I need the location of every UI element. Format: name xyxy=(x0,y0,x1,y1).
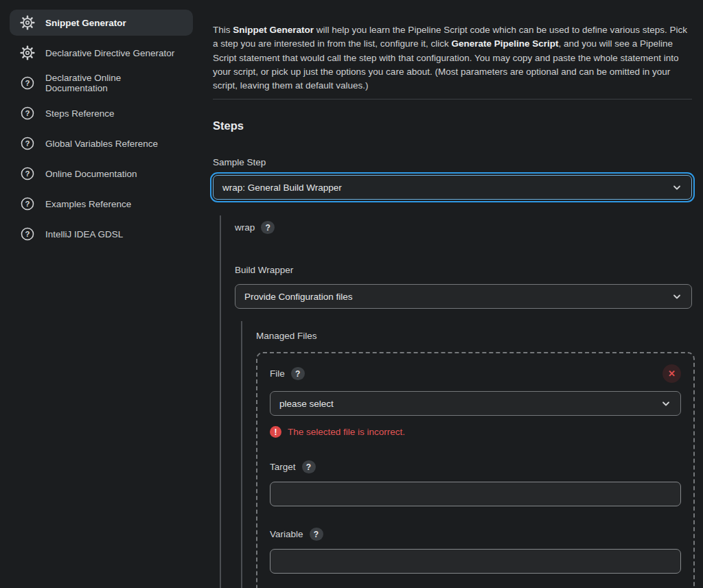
help-circle-icon xyxy=(20,75,35,91)
variable-label: Variable xyxy=(270,529,303,539)
sample-step-select-value: wrap: General Build Wrapper xyxy=(222,183,342,193)
help-circle-icon xyxy=(20,106,35,121)
error-message: The selected file is incorrect. xyxy=(288,427,405,437)
target-label: Target xyxy=(270,462,296,472)
wrap-step-section: wrap ? Build Wrapper Provide Configurati… xyxy=(220,215,692,588)
error-icon: ! xyxy=(270,426,281,438)
sidebar-item-label: Declarative Online Documentation xyxy=(45,73,183,93)
sidebar-item-label: Global Variables Reference xyxy=(45,139,158,149)
sidebar-item-examples-reference[interactable]: Examples Reference xyxy=(10,191,193,217)
build-wrapper-label: Build Wrapper xyxy=(235,265,692,275)
help-circle-icon xyxy=(20,166,35,181)
sidebar-item-global-variables-reference[interactable]: Global Variables Reference xyxy=(10,130,193,156)
file-select[interactable]: please select xyxy=(270,391,681,416)
wrap-label-row: wrap ? xyxy=(235,221,692,234)
sample-step-select[interactable]: wrap: General Build Wrapper xyxy=(213,175,692,200)
main-content: This Snippet Generator will help you lea… xyxy=(203,0,703,588)
chevron-down-icon xyxy=(671,181,683,193)
help-circle-icon xyxy=(20,136,35,151)
file-label-row: File ? xyxy=(270,367,305,380)
sidebar-item-intellij-idea-gdsl[interactable]: IntelliJ IDEA GDSL xyxy=(10,221,193,247)
build-wrapper-select[interactable]: Provide Configuration files xyxy=(235,284,692,309)
sidebar: Snippet Generator Declarative Directive … xyxy=(0,0,203,588)
managed-file-entry: File ? ✕ please select ! The selected xyxy=(256,352,695,588)
help-circle-icon xyxy=(20,226,35,242)
sidebar-item-snippet-generator[interactable]: Snippet Generator xyxy=(10,10,193,36)
variable-input[interactable] xyxy=(270,549,681,574)
sidebar-item-label: Online Documentation xyxy=(45,169,137,179)
wrap-label: wrap xyxy=(235,222,255,233)
sidebar-item-label: Snippet Generator xyxy=(45,18,126,28)
file-select-value: please select xyxy=(279,399,334,409)
intro-bold-generate-pipeline-script: Generate Pipeline Script xyxy=(451,38,558,49)
sample-step-label: Sample Step xyxy=(213,157,692,167)
target-input[interactable] xyxy=(270,482,681,506)
managed-files-label: Managed Files xyxy=(256,331,692,341)
intro-paragraph: This Snippet Generator will help you lea… xyxy=(213,23,692,93)
sidebar-item-steps-reference[interactable]: Steps Reference xyxy=(10,100,193,126)
delete-entry-button[interactable]: ✕ xyxy=(662,364,681,383)
sidebar-item-label: IntelliJ IDEA GDSL xyxy=(45,229,123,239)
help-icon[interactable]: ? xyxy=(302,460,316,473)
help-icon[interactable]: ? xyxy=(291,367,305,380)
close-icon: ✕ xyxy=(668,368,676,379)
sidebar-item-label: Declarative Directive Generator xyxy=(45,48,174,58)
help-icon[interactable]: ? xyxy=(310,528,323,541)
steps-heading: Steps xyxy=(213,119,692,132)
intro-text: This xyxy=(213,25,233,35)
gear-icon xyxy=(20,15,35,30)
file-label: File xyxy=(270,368,285,379)
target-label-row: Target ? xyxy=(270,460,681,473)
page: Snippet Generator Declarative Directive … xyxy=(0,0,703,588)
sidebar-item-label: Steps Reference xyxy=(45,108,115,119)
file-header-row: File ? ✕ xyxy=(270,364,681,383)
help-circle-icon xyxy=(20,196,35,211)
help-icon[interactable]: ? xyxy=(261,221,275,234)
sidebar-item-declarative-directive-generator[interactable]: Declarative Directive Generator xyxy=(10,40,193,66)
managed-files-section: Managed Files File ? ✕ please select xyxy=(241,321,692,588)
sidebar-item-online-documentation[interactable]: Online Documentation xyxy=(10,161,193,187)
chevron-down-icon xyxy=(660,397,672,410)
sidebar-item-declarative-online-documentation[interactable]: Declarative Online Documentation xyxy=(10,70,193,96)
validation-error: ! The selected file is incorrect. xyxy=(270,426,681,438)
variable-label-row: Variable ? xyxy=(270,528,681,541)
sidebar-item-label: Examples Reference xyxy=(45,199,131,209)
divider xyxy=(213,99,692,99)
gear-icon xyxy=(20,45,35,60)
build-wrapper-select-value: Provide Configuration files xyxy=(244,292,353,302)
chevron-down-icon xyxy=(671,290,683,303)
intro-bold-snippet-generator: Snippet Generator xyxy=(233,25,314,35)
